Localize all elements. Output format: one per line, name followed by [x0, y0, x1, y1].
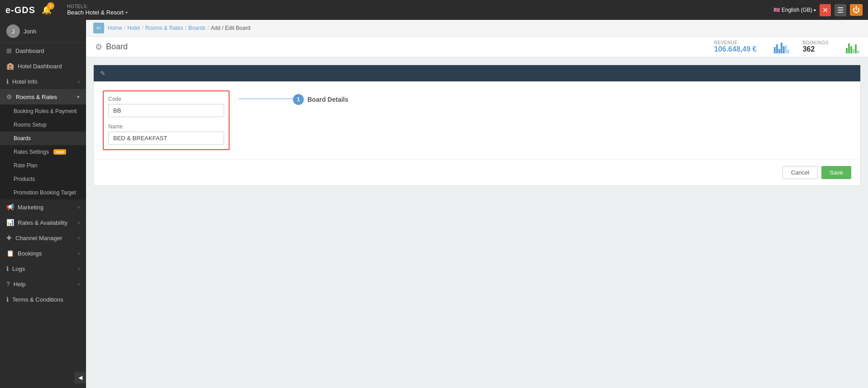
chart-bar: [850, 46, 852, 53]
card-body: Code Name: [94, 81, 860, 159]
arrow-left-icon: ↩: [96, 25, 101, 31]
sidebar-item-rooms-rates[interactable]: ⚙ Rooms & Rates ▾: [0, 89, 86, 104]
chevron-left-icon: ‹: [78, 79, 80, 84]
name-input[interactable]: [108, 132, 224, 145]
avatar: J: [6, 24, 20, 38]
breadcrumb-home[interactable]: Home: [108, 25, 122, 31]
sidebar-collapse-button[interactable]: ◀: [74, 372, 86, 383]
step-title: Board Details: [307, 96, 348, 103]
breadcrumb-sep: /: [207, 25, 209, 31]
sidebar-item-help[interactable]: ? Help ‹: [0, 276, 86, 292]
name-field-group: Name: [108, 123, 224, 145]
chevron-down-icon: ▾: [814, 8, 816, 13]
chart-bar: [778, 49, 780, 53]
chevron-down-icon[interactable]: ▾: [125, 10, 128, 15]
sidebar-item-label: Terms & Conditions: [12, 296, 63, 303]
content-area: ↩ Home / Hotel / Rooms & Rates / Boards …: [86, 20, 868, 388]
sidebar-item-label: Marketing: [18, 204, 43, 211]
sidebar-item-label: Rooms & Rates: [16, 94, 57, 100]
hotels-label: HOTELS:: [67, 4, 128, 9]
logs-icon: ℹ: [6, 265, 9, 272]
submenu-item-label: Products: [14, 176, 35, 182]
breadcrumb-sep: /: [142, 25, 143, 31]
navbar-right: 🇬🇧 English (GB) ▾ ✕ ☰ ⏻: [773, 4, 863, 16]
navbar-left: e-GDS 🔔 1 HOTELS: Beach Hotel & Resort ▾: [5, 4, 128, 16]
sidebar-item-boards[interactable]: Boards: [0, 132, 86, 145]
plus-icon: ✚: [6, 234, 12, 241]
marketing-icon: 📢: [6, 203, 14, 211]
bookings-stat: BOOKINGS 362: [803, 40, 829, 53]
sidebar-item-rates-availability[interactable]: 📊 Rates & Availability ‹: [0, 215, 86, 230]
cancel-button[interactable]: Cancel: [782, 166, 818, 179]
notification-bell[interactable]: 🔔 1: [42, 5, 52, 15]
chart-icon: 📊: [6, 219, 14, 226]
submenu-item-label: Rooms Setup: [14, 122, 47, 128]
sidebar-user: J Jonh: [0, 20, 86, 43]
new-badge: new: [53, 149, 66, 155]
stats-right: REVENUE 106.648,49 € BOOKINGS 362: [714, 40, 859, 53]
sidebar-item-rate-plan[interactable]: Rate Plan: [0, 159, 86, 172]
sidebar-item-channel-manager[interactable]: ✚ Channel Manager ‹: [0, 230, 86, 246]
terms-icon: ℹ: [6, 296, 9, 303]
chart-bar: [783, 46, 785, 53]
help-icon: ?: [6, 280, 10, 288]
sidebar-item-rates-settings[interactable]: Rates Settings new: [0, 145, 86, 159]
sidebar-item-booking-rules[interactable]: Booking Rules & Payment: [0, 104, 86, 118]
sidebar-item-marketing[interactable]: 📢 Marketing ‹: [0, 199, 86, 215]
sidebar-item-hotel-info[interactable]: ℹ Hotel Info ‹: [0, 74, 86, 89]
submenu-item-label: Boards: [14, 135, 31, 142]
sidebar-item-rooms-setup[interactable]: Rooms Setup: [0, 118, 86, 132]
chart-bar: [848, 43, 850, 53]
sidebar-submenu-rooms-rates: Booking Rules & Payment Rooms Setup Boar…: [0, 104, 86, 199]
sidebar-item-label: Hotel Dashboard: [18, 63, 62, 70]
chart-bar: [855, 44, 857, 53]
hotel-icon: 🏨: [6, 62, 14, 70]
chart-bar: [781, 43, 782, 53]
breadcrumb: Home / Hotel / Rooms & Rates / Boards / …: [108, 25, 250, 31]
chevron-down-icon: ▾: [77, 94, 80, 100]
grid-icon: ⊞: [6, 47, 12, 54]
power-button[interactable]: ⏻: [850, 4, 863, 16]
bookings-chart: [846, 41, 859, 53]
navbar-hotel-info: HOTELS: Beach Hotel & Resort ▾: [67, 4, 128, 16]
back-button[interactable]: ↩: [93, 23, 104, 33]
revenue-stat: REVENUE 106.648,49 €: [714, 40, 756, 53]
step-number: 1: [293, 94, 304, 105]
chevron-left-icon: ‹: [78, 251, 80, 256]
flag-icon: 🇬🇧: [773, 7, 780, 13]
sidebar-item-label: Logs: [12, 265, 25, 272]
close-button[interactable]: ✕: [820, 4, 831, 16]
sidebar-item-promotion-booking-target[interactable]: Promotion Booking Target: [0, 186, 86, 199]
chevron-left-icon: ‹: [78, 220, 80, 225]
menu-button[interactable]: ☰: [834, 4, 846, 16]
board-form: Code Name: [108, 96, 224, 145]
stats-bar: ⚙ Board REVENUE 106.648,49 €: [86, 37, 868, 57]
sidebar-item-logs[interactable]: ℹ Logs ‹: [0, 261, 86, 276]
hotel-name: Beach Hotel & Resort ▾: [67, 9, 128, 16]
sidebar-item-terms[interactable]: ℹ Terms & Conditions: [0, 292, 86, 307]
sidebar: J Jonh ⊞ Dashboard 🏨 Hotel Dashboard ℹ H…: [0, 20, 86, 388]
sidebar-item-products[interactable]: Products: [0, 172, 86, 186]
chevron-left-icon: ‹: [78, 235, 80, 241]
revenue-value: 106.648,49 €: [714, 45, 756, 53]
edit-icon: ✎: [100, 70, 106, 77]
bookings-value: 362: [803, 45, 815, 53]
card-footer: Cancel Save: [94, 159, 860, 185]
breadcrumb-hotel[interactable]: Hotel: [127, 25, 140, 31]
save-button[interactable]: Save: [821, 166, 851, 179]
language-selector[interactable]: 🇬🇧 English (GB) ▾: [773, 7, 816, 13]
code-input[interactable]: [108, 104, 224, 117]
breadcrumb-current: Add / Edit Board: [211, 25, 250, 31]
sidebar-item-dashboard[interactable]: ⊞ Dashboard: [0, 43, 86, 58]
submenu-item-label: Promotion Booking Target: [14, 189, 76, 196]
chart-bar: [857, 51, 859, 53]
sidebar-item-label: Dashboard: [15, 47, 44, 54]
chart-bar: [846, 48, 848, 53]
chevron-left-icon: ‹: [78, 204, 80, 210]
breadcrumb-boards[interactable]: Boards: [188, 25, 206, 31]
sidebar-item-bookings[interactable]: 📋 Bookings ‹: [0, 246, 86, 261]
breadcrumb-rooms-rates[interactable]: Rooms & Rates: [145, 25, 183, 31]
gear-icon: ⚙: [6, 93, 12, 100]
sidebar-item-hotel-dashboard[interactable]: 🏨 Hotel Dashboard: [0, 58, 86, 74]
revenue-chart: [774, 41, 789, 53]
